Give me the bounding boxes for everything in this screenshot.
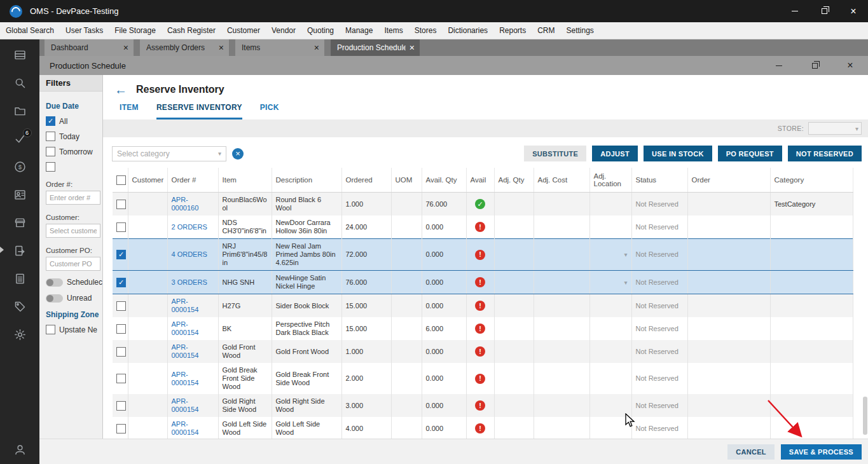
tab-item[interactable]: ITEM <box>120 103 139 119</box>
row-select-checkbox[interactable]: ✓ <box>113 239 128 271</box>
cell-adj-cost[interactable] <box>534 294 589 318</box>
workspace-tab-assembly-orders[interactable]: Assembly Orders× <box>140 39 229 56</box>
menu-item-reports[interactable]: Reports <box>493 26 532 35</box>
tab-close-icon[interactable]: × <box>215 43 224 52</box>
column-header-category[interactable]: Category <box>770 168 853 193</box>
category-dropdown[interactable]: Select category ▾ <box>112 146 226 161</box>
cell-adj-cost[interactable] <box>534 317 589 340</box>
panel-expander-icon[interactable] <box>0 247 4 253</box>
checkbox-checked-icon[interactable]: ✓ <box>116 250 126 259</box>
cell-adj-qty[interactable] <box>494 340 534 363</box>
cell-adj-location[interactable] <box>589 363 631 394</box>
scrollbar-thumb[interactable] <box>863 397 867 435</box>
table-row[interactable]: APR-0000154Gold Right Side WoodGold Righ… <box>113 394 853 417</box>
table-row[interactable]: APR-0000154BKPerspective Pitch Dark Blac… <box>113 317 853 340</box>
order-link[interactable]: APR-0000154 <box>167 417 218 439</box>
back-button[interactable]: ← <box>114 83 127 96</box>
cell-adj-qty[interactable] <box>494 215 534 239</box>
cell-adj-location[interactable] <box>589 340 631 363</box>
table-row[interactable]: APR-0000154Gold Left Side WoodGold Left … <box>113 417 853 439</box>
menu-item-cash-register[interactable]: Cash Register <box>162 26 221 35</box>
cell-adj-qty[interactable] <box>494 417 534 439</box>
menu-item-global-search[interactable]: Global Search <box>0 26 60 35</box>
cell-adj-qty[interactable] <box>494 193 534 216</box>
column-header-adj-cost[interactable]: Adj. Cost <box>534 168 589 193</box>
checkbox-icon[interactable] <box>116 374 126 383</box>
row-select-checkbox[interactable] <box>113 317 128 340</box>
substitute-button[interactable]: SUBSTITUTE <box>524 146 586 161</box>
row-select-checkbox[interactable] <box>113 394 128 417</box>
row-select-checkbox[interactable] <box>113 340 128 363</box>
customer-input[interactable] <box>46 224 100 238</box>
checkbox-icon[interactable] <box>116 324 126 334</box>
cell-adj-location[interactable] <box>589 317 631 340</box>
column-header-adj-qty[interactable]: Adj. Qty <box>494 168 534 193</box>
clear-category-button[interactable]: × <box>232 148 244 160</box>
store-dropdown[interactable]: ▾ <box>808 122 862 135</box>
cell-adj-qty[interactable] <box>494 394 534 417</box>
menu-item-user-tasks[interactable]: User Tasks <box>60 26 109 35</box>
due-date-option-all[interactable]: ✓All <box>46 116 102 126</box>
column-header-uom[interactable]: UOM <box>391 168 422 193</box>
order-link[interactable]: APR-0000154 <box>167 363 218 394</box>
column-header-ordered[interactable]: Ordered <box>341 168 391 193</box>
column-header-order[interactable]: Order <box>687 168 770 193</box>
toggle-schedulec[interactable]: Schedulec <box>46 278 102 287</box>
column-header-description[interactable]: Description <box>272 168 341 193</box>
user-icon[interactable] <box>13 443 27 456</box>
use-in-stock-button[interactable]: USE IN STOCK <box>644 146 712 161</box>
tab-close-icon[interactable]: × <box>310 43 319 52</box>
row-select-checkbox[interactable] <box>113 215 128 239</box>
cell-adj-location[interactable]: ▾ <box>589 239 631 271</box>
menu-item-customer[interactable]: Customer <box>221 26 266 35</box>
cell-adj-location[interactable]: ▾ <box>589 271 631 294</box>
checkbox-icon[interactable] <box>116 347 126 357</box>
restore-button[interactable] <box>809 0 839 22</box>
order-link[interactable]: APR-0000154 <box>167 294 218 318</box>
cell-adj-cost[interactable] <box>534 417 589 439</box>
cancel-button[interactable]: CANCEL <box>727 444 775 460</box>
cell-adj-location[interactable] <box>589 294 631 318</box>
menu-item-vendor[interactable]: Vendor <box>266 26 301 35</box>
table-row[interactable]: APR-0000154H27GSider Book Block15.0000.0… <box>113 294 853 318</box>
menu-item-quoting[interactable]: Quoting <box>301 26 340 35</box>
order-link[interactable]: APR-0000154 <box>167 317 218 340</box>
cell-adj-cost[interactable] <box>534 363 589 394</box>
order-link[interactable]: 2 ORDERS <box>167 215 218 239</box>
order-link[interactable]: APR-0000160 <box>167 193 218 216</box>
cell-adj-cost[interactable] <box>534 239 589 271</box>
due-date-option-3[interactable] <box>46 162 102 172</box>
adjust-button[interactable]: ADJUST <box>592 146 638 161</box>
row-select-checkbox[interactable] <box>113 417 128 439</box>
menu-item-dictionaries[interactable]: Dictionaries <box>442 26 493 35</box>
workspace-tab-dashboard[interactable]: Dashboard× <box>45 39 134 56</box>
column-header-item[interactable]: Item <box>218 168 272 193</box>
row-select-checkbox[interactable] <box>113 363 128 394</box>
settings-gear-icon[interactable] <box>13 328 27 341</box>
column-header-customer[interactable]: Customer <box>128 168 167 193</box>
column-header-avail-qty[interactable]: Avail. Qty <box>422 168 466 193</box>
due-date-option-today[interactable]: Today <box>46 132 102 141</box>
dashboard-icon[interactable] <box>13 48 27 62</box>
cell-adj-cost[interactable] <box>534 215 589 239</box>
search-icon[interactable] <box>13 76 27 90</box>
cell-adj-qty[interactable] <box>494 271 534 294</box>
column-header-status[interactable]: Status <box>631 168 687 193</box>
column-header-order[interactable]: Order # <box>167 168 218 193</box>
cell-adj-qty[interactable] <box>494 363 534 394</box>
orders-icon[interactable] <box>13 272 27 285</box>
menu-item-items[interactable]: Items <box>378 26 408 35</box>
vertical-scrollbar[interactable] <box>862 168 868 436</box>
order-link[interactable]: APR-0000154 <box>167 394 218 417</box>
table-row[interactable]: APR-0000154Gold Front WoodGold Front Woo… <box>113 340 853 363</box>
folder-icon[interactable] <box>13 104 27 118</box>
payments-icon[interactable]: $ <box>13 160 27 174</box>
workspace-tab-items[interactable]: Items× <box>235 39 324 56</box>
checkbox-icon[interactable] <box>116 301 126 311</box>
checkbox-checked-icon[interactable]: ✓ <box>116 278 126 287</box>
table-row[interactable]: ✓4 ORDERSNRJ Prim6'8"in45/8inNew Real Ja… <box>113 239 853 271</box>
menu-item-file-storage[interactable]: File Storage <box>109 26 162 35</box>
customer-po-input[interactable] <box>46 257 100 271</box>
tags-icon[interactable] <box>13 300 27 313</box>
close-button[interactable]: × <box>839 0 868 22</box>
